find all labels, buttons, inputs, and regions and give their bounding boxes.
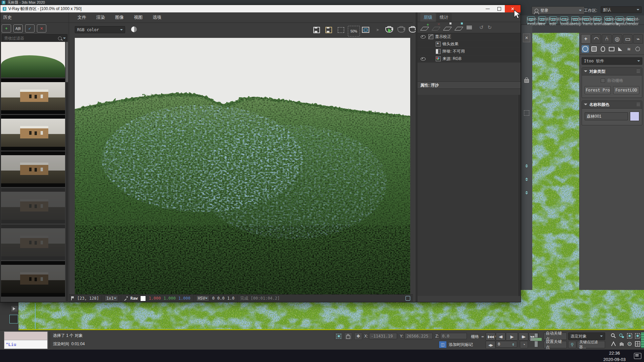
load-to-vfb-icon[interactable]: ✓	[25, 24, 35, 33]
close-icon[interactable]: ✕	[523, 34, 530, 42]
orbit-icon[interactable]	[626, 341, 633, 347]
history-thumbnail[interactable]	[1, 42, 65, 77]
chevron-down-icon[interactable]	[63, 38, 66, 40]
channel-dropdown[interactable]: RGB color	[75, 26, 125, 33]
systems-icon[interactable]	[634, 45, 641, 53]
layer-row[interactable]: 降噪: 不可用	[418, 48, 521, 55]
render-setup-icon[interactable]: render-setup	[571, 16, 579, 24]
ab-compare-icon[interactable]: A|B	[13, 24, 23, 33]
object-type-button[interactable]: Forest Pro	[585, 86, 611, 94]
vfb-titlebar[interactable]: 3 V-Ray 帧缓存区 - [100.0% of 1000 x 750] — …	[0, 5, 521, 12]
create-tab-icon[interactable]: +	[581, 34, 591, 44]
viewport-frame-icon[interactable]	[361, 26, 370, 34]
key-filters-button[interactable]: 关键点过滤器...	[577, 341, 605, 348]
object-type-button[interactable]: ForestLOD	[613, 86, 639, 94]
time-tag-cube-icon[interactable]: ◫	[439, 341, 447, 348]
load-layer-tree-icon[interactable]	[455, 24, 463, 31]
taskbar-clock[interactable]: 22:36 2020-09-03	[599, 350, 630, 362]
key-icon[interactable]: ⚲	[568, 341, 576, 348]
zoom-extents-all-icon[interactable]	[634, 333, 641, 339]
history-thumbnail[interactable]	[1, 115, 65, 150]
open-minitrack-button[interactable]	[11, 305, 18, 312]
minicurve-icon[interactable]	[9, 315, 18, 323]
zoom-extents-icon[interactable]	[626, 333, 633, 339]
zoom-50-button[interactable]: 50%	[348, 26, 360, 37]
autogrid-checkbox[interactable]	[601, 78, 605, 83]
layers-tab[interactable]: 层级	[420, 13, 436, 22]
signin-dropdown[interactable]: 登录	[532, 6, 585, 14]
maxscript-mini-listener[interactable]: "Liu	[4, 331, 48, 349]
vfb-menu-item[interactable]: 文件	[77, 14, 86, 20]
spinner-icon[interactable]	[525, 163, 529, 168]
cameras-icon[interactable]	[608, 45, 615, 53]
utilities-tab-icon[interactable]: ⌁	[633, 34, 643, 44]
layers-scrollbar[interactable]	[518, 95, 520, 296]
rendered-image[interactable]	[75, 38, 410, 297]
save-to-history-icon[interactable]: +	[2, 24, 11, 33]
spinner-strip[interactable]	[641, 332, 644, 348]
history-thumbnail[interactable]	[1, 188, 65, 224]
zoom-icon[interactable]	[610, 333, 617, 339]
remove-from-history-icon[interactable]: ✕	[37, 24, 46, 33]
add-layer-icon[interactable]: +	[421, 24, 428, 31]
region-render-icon[interactable]	[336, 26, 345, 34]
space-warps-icon[interactable]: ≋	[625, 45, 633, 53]
object-name-field[interactable]: 森林001	[585, 112, 628, 120]
visibility-eye-icon[interactable]	[421, 35, 426, 39]
layers-tab[interactable]: 统计	[436, 13, 452, 22]
geometry-icon[interactable]	[582, 45, 589, 53]
maximize-viewport-icon[interactable]	[634, 341, 641, 347]
vfb-menu-item[interactable]: 渲染	[96, 14, 105, 20]
vray-toolbar-icon[interactable]: vray-toolbar	[560, 16, 568, 24]
workspace-dropdown[interactable]: 默认	[601, 6, 642, 13]
display-correction-icon[interactable]	[131, 26, 137, 32]
layer-row[interactable]: 镜头效果	[418, 41, 521, 48]
expand-icon[interactable]	[406, 296, 410, 301]
layer-list-icon[interactable]	[467, 25, 472, 29]
set-key-button[interactable]: 设置关键点	[543, 341, 567, 348]
render-last-icon[interactable]	[385, 26, 393, 34]
save-image-icon[interactable]	[312, 26, 321, 34]
shapes-icon[interactable]	[590, 45, 598, 53]
history-filter[interactable]	[2, 34, 67, 42]
action-center-icon[interactable]	[634, 353, 641, 359]
spinner-icon[interactable]	[525, 190, 529, 195]
z-coordinate-field[interactable]: 0.0	[440, 333, 467, 339]
next-frame-icon[interactable]: ▮▶	[519, 333, 528, 341]
maximize-button[interactable]	[493, 5, 505, 12]
key-mode-toggle-icon[interactable]: ◀▶	[486, 341, 495, 349]
layer-explorer-icon[interactable]: layer-explorer	[527, 16, 535, 24]
viewport-top[interactable]	[532, 33, 579, 290]
delete-layer-icon[interactable]: ✕	[432, 24, 440, 31]
forest-edit-icon[interactable]: forest-edit	[549, 16, 557, 24]
object-color-swatch[interactable]	[630, 112, 639, 121]
motion-tab-icon[interactable]: ◎	[612, 34, 622, 44]
play-animation-icon[interactable]: ▶	[506, 333, 518, 341]
listener-script-row[interactable]: "Liu	[4, 340, 47, 348]
vfb-menu-item[interactable]: 图像	[115, 14, 124, 20]
current-frame-field[interactable]: 0	[496, 341, 517, 348]
vfb-menu-item[interactable]: 视图	[134, 14, 143, 20]
track-mouse-icon[interactable]: ➤	[373, 26, 382, 34]
time-slider[interactable]	[35, 303, 36, 329]
hierarchy-tab-icon[interactable]: ⑃	[602, 34, 611, 44]
listener-macro-row[interactable]	[4, 332, 47, 340]
history-thumbnail[interactable]	[1, 78, 65, 114]
pan-hand-icon[interactable]	[618, 341, 625, 347]
visibility-eye-icon[interactable]	[421, 57, 426, 61]
go-to-start-icon[interactable]: ▮◀◀	[486, 333, 495, 341]
save-all-channels-icon[interactable]	[324, 26, 333, 34]
lights-icon[interactable]	[599, 45, 606, 53]
selection-lock-icon[interactable]	[344, 333, 352, 340]
y-coordinate-field[interactable]: 26566.225	[405, 333, 433, 339]
history-thumbnail[interactable]	[1, 225, 65, 260]
display-tab-icon[interactable]: ▭	[623, 34, 633, 44]
selection-set-dropdown[interactable]: 选定对象	[568, 333, 605, 340]
spinner-icon[interactable]	[525, 176, 529, 182]
teapot-render-icon[interactable]: teapot-render	[627, 16, 635, 24]
pixel-probe-icon[interactable]	[71, 296, 74, 300]
pixel-ratio-dropdown[interactable]: 1x1	[105, 295, 118, 301]
viewport-layout-icon[interactable]: viewport-layout	[615, 16, 624, 24]
layer-row[interactable]: 来源: RGB	[418, 55, 521, 63]
helpers-icon[interactable]	[616, 45, 624, 53]
